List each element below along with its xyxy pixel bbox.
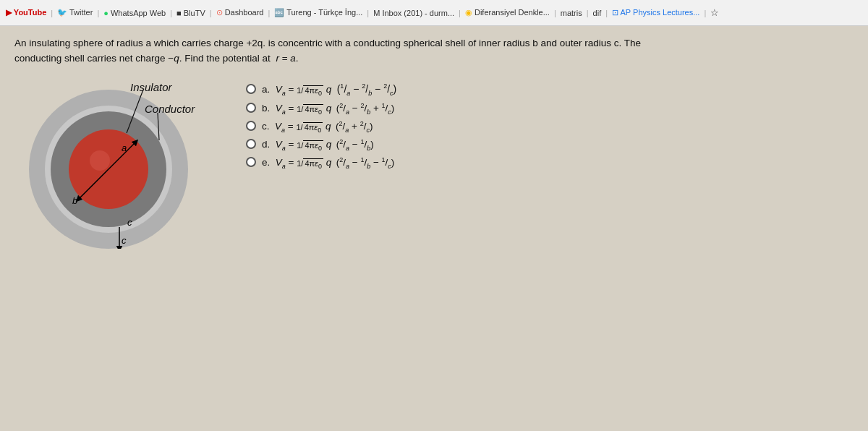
choice-b-formula: b. Va = 1/4πε0 q (2/a − 2/b + 1/c) [262,103,394,114]
radio-b[interactable] [246,103,256,113]
tab-inbox[interactable]: M Inbox (201) - durm... [373,9,454,17]
tab-twitter[interactable]: 🐦 Twitter [57,8,93,17]
sphere-svg: a b c c [14,75,224,249]
tab-youtube[interactable]: ▶ YouTube [6,8,46,17]
problem-statement: An insulating sphere of radius a which c… [14,36,810,67]
tab-matris[interactable]: matris [561,9,582,17]
browser-tab-bar: ▶ YouTube | 🐦 Twitter | ● WhatsApp Web |… [0,0,868,26]
tab-blutv[interactable]: ■ BluTV [176,9,205,17]
svg-point-4 [90,150,110,171]
choice-a-row[interactable]: a. Va = 1/4πε0 q (1/a − 2/b − 2/c) [246,82,397,95]
problem-line1: An insulating sphere of radius a which c… [14,38,641,48]
tab-diferansiyel[interactable]: ◉ Diferansiyel Denkle... [465,8,550,17]
radio-e[interactable] [246,157,256,167]
tab-dashboard[interactable]: ⊙ Dashboard [216,8,264,17]
svg-text:a: a [122,142,127,153]
main-content: An insulating sphere of radius a which c… [0,26,868,263]
svg-text:c: c [127,217,132,228]
tab-dif[interactable]: dif [593,9,602,17]
svg-text:c: c [122,235,127,246]
choice-c-formula: c. Va = 1/4πε0 q (2/a + 2/c) [262,121,373,132]
choice-c-row[interactable]: c. Va = 1/4πε0 q (2/a + 2/c) [246,121,397,132]
choice-b-row[interactable]: b. Va = 1/4πε0 q (2/a − 2/b + 1/c) [246,103,397,114]
choice-d-formula: d. Va = 1/4πε0 q (2/a − 1/b) [262,139,374,150]
problem-line2: conducting shell carries net charge −q. … [14,53,299,64]
choice-e-row[interactable]: e. Va = 1/4πε0 q (2/a − 1/b − 1/c) [246,157,397,168]
svg-text:b: b [72,195,77,206]
choice-d-row[interactable]: d. Va = 1/4πε0 q (2/a − 1/b) [246,139,397,150]
label-insulator: Insulator [130,81,172,93]
diagram-area: a b c c Insulator Conductor [14,75,231,256]
choice-e-formula: e. Va = 1/4πε0 q (2/a − 1/b − 1/c) [262,157,394,168]
choice-a-formula: a. Va = 1/4πε0 q (1/a − 2/b − 2/c) [262,82,397,95]
tab-ap-physics[interactable]: ⊡ AP Physics Lectures... [612,8,699,17]
tab-tureng[interactable]: 🔤 Tureng - Türkçe İng... [274,8,362,17]
radio-d[interactable] [246,139,256,149]
radio-a[interactable] [246,84,256,94]
label-conductor: Conductor [145,103,195,115]
star-icon: ☆ [710,7,719,18]
tab-whatsapp[interactable]: ● WhatsApp Web [103,9,166,17]
radio-c[interactable] [246,121,256,131]
answer-choices: a. Va = 1/4πε0 q (1/a − 2/b − 2/c) b. Va… [246,82,397,175]
